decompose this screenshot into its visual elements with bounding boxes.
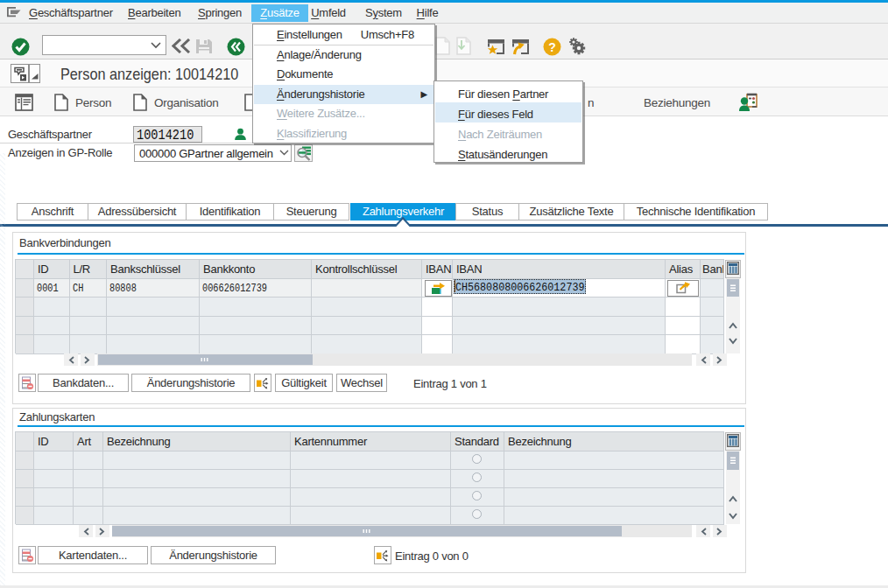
svg-text:?: ? bbox=[548, 40, 555, 54]
